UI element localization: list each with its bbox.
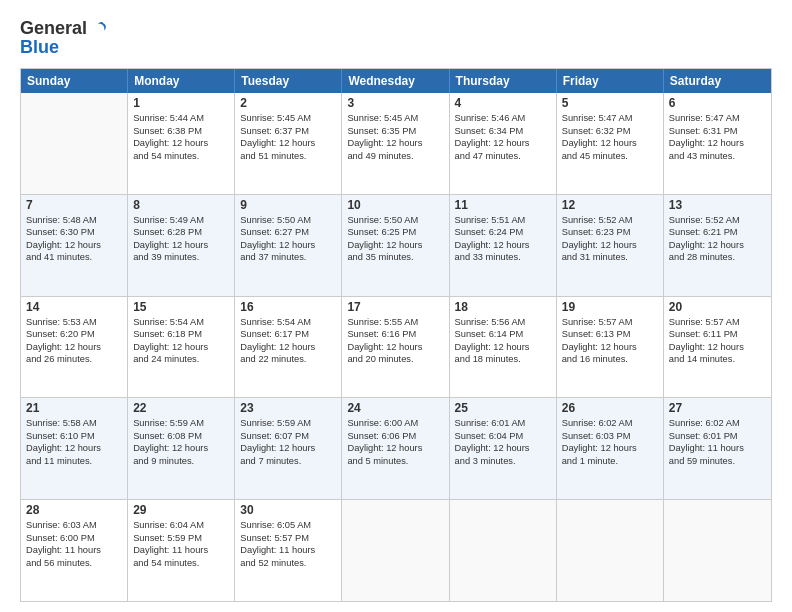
sunrise-line: Sunrise: 5:45 AM [347,112,443,125]
daylight-detail: and 11 minutes. [26,455,122,468]
cal-row: 21 Sunrise: 5:58 AM Sunset: 6:10 PM Dayl… [21,397,771,499]
sunrise-line: Sunrise: 5:55 AM [347,316,443,329]
day-number: 13 [669,198,766,212]
daylight-line: Daylight: 12 hours [455,442,551,455]
calendar-body: 1 Sunrise: 5:44 AM Sunset: 6:38 PM Dayli… [21,93,771,601]
daylight-detail: and 31 minutes. [562,251,658,264]
daylight-line: Daylight: 12 hours [562,239,658,252]
sunset-line: Sunset: 6:07 PM [240,430,336,443]
logo-g: General [20,18,87,39]
sunrise-line: Sunrise: 5:54 AM [240,316,336,329]
sunrise-line: Sunrise: 5:56 AM [455,316,551,329]
daylight-detail: and 43 minutes. [669,150,766,163]
daylight-detail: and 24 minutes. [133,353,229,366]
cal-cell: 11 Sunrise: 5:51 AM Sunset: 6:24 PM Dayl… [450,195,557,296]
sunrise-line: Sunrise: 5:49 AM [133,214,229,227]
sunset-line: Sunset: 5:59 PM [133,532,229,545]
cal-cell [450,500,557,601]
daylight-line: Daylight: 12 hours [240,239,336,252]
sunrise-line: Sunrise: 6:03 AM [26,519,122,532]
daylight-line: Daylight: 12 hours [562,442,658,455]
daylight-detail: and 7 minutes. [240,455,336,468]
sunset-line: Sunset: 6:03 PM [562,430,658,443]
cal-header-day: Wednesday [342,69,449,93]
daylight-detail: and 59 minutes. [669,455,766,468]
daylight-line: Daylight: 12 hours [240,341,336,354]
daylight-detail: and 56 minutes. [26,557,122,570]
sunset-line: Sunset: 6:23 PM [562,226,658,239]
daylight-detail: and 54 minutes. [133,557,229,570]
daylight-detail: and 9 minutes. [133,455,229,468]
sunrise-line: Sunrise: 5:47 AM [562,112,658,125]
day-number: 28 [26,503,122,517]
cal-cell: 15 Sunrise: 5:54 AM Sunset: 6:18 PM Dayl… [128,297,235,398]
cal-row: 1 Sunrise: 5:44 AM Sunset: 6:38 PM Dayli… [21,93,771,194]
daylight-line: Daylight: 12 hours [347,239,443,252]
day-number: 27 [669,401,766,415]
day-number: 19 [562,300,658,314]
daylight-detail: and 26 minutes. [26,353,122,366]
cal-cell: 29 Sunrise: 6:04 AM Sunset: 5:59 PM Dayl… [128,500,235,601]
sunset-line: Sunset: 6:31 PM [669,125,766,138]
daylight-line: Daylight: 11 hours [26,544,122,557]
cal-header-day: Sunday [21,69,128,93]
day-number: 11 [455,198,551,212]
sunset-line: Sunset: 6:28 PM [133,226,229,239]
cal-cell [342,500,449,601]
cal-cell: 25 Sunrise: 6:01 AM Sunset: 6:04 PM Dayl… [450,398,557,499]
sunset-line: Sunset: 6:38 PM [133,125,229,138]
daylight-line: Daylight: 12 hours [669,137,766,150]
sunrise-line: Sunrise: 5:57 AM [669,316,766,329]
day-number: 7 [26,198,122,212]
day-number: 15 [133,300,229,314]
day-number: 16 [240,300,336,314]
cal-cell: 23 Sunrise: 5:59 AM Sunset: 6:07 PM Dayl… [235,398,342,499]
daylight-line: Daylight: 12 hours [133,239,229,252]
cal-cell: 18 Sunrise: 5:56 AM Sunset: 6:14 PM Dayl… [450,297,557,398]
day-number: 29 [133,503,229,517]
cal-cell: 20 Sunrise: 5:57 AM Sunset: 6:11 PM Dayl… [664,297,771,398]
cal-header-day: Friday [557,69,664,93]
daylight-detail: and 22 minutes. [240,353,336,366]
sunset-line: Sunset: 6:14 PM [455,328,551,341]
sunrise-line: Sunrise: 5:44 AM [133,112,229,125]
sunset-line: Sunset: 6:34 PM [455,125,551,138]
cal-cell: 7 Sunrise: 5:48 AM Sunset: 6:30 PM Dayli… [21,195,128,296]
calendar: SundayMondayTuesdayWednesdayThursdayFrid… [20,68,772,602]
cal-cell: 22 Sunrise: 5:59 AM Sunset: 6:08 PM Dayl… [128,398,235,499]
cal-cell: 4 Sunrise: 5:46 AM Sunset: 6:34 PM Dayli… [450,93,557,194]
daylight-line: Daylight: 12 hours [240,442,336,455]
cal-cell [557,500,664,601]
sunrise-line: Sunrise: 5:45 AM [240,112,336,125]
daylight-line: Daylight: 12 hours [562,341,658,354]
sunrise-line: Sunrise: 6:00 AM [347,417,443,430]
sunset-line: Sunset: 6:32 PM [562,125,658,138]
daylight-line: Daylight: 12 hours [562,137,658,150]
logo-blue-text: Blue [20,37,59,58]
sunrise-line: Sunrise: 6:02 AM [562,417,658,430]
sunset-line: Sunset: 6:24 PM [455,226,551,239]
daylight-line: Daylight: 12 hours [26,239,122,252]
daylight-line: Daylight: 12 hours [347,341,443,354]
sunrise-line: Sunrise: 5:52 AM [562,214,658,227]
cal-cell: 2 Sunrise: 5:45 AM Sunset: 6:37 PM Dayli… [235,93,342,194]
day-number: 24 [347,401,443,415]
day-number: 6 [669,96,766,110]
day-number: 14 [26,300,122,314]
daylight-detail: and 28 minutes. [669,251,766,264]
sunset-line: Sunset: 6:13 PM [562,328,658,341]
sunset-line: Sunset: 6:25 PM [347,226,443,239]
cal-cell: 19 Sunrise: 5:57 AM Sunset: 6:13 PM Dayl… [557,297,664,398]
cal-cell: 9 Sunrise: 5:50 AM Sunset: 6:27 PM Dayli… [235,195,342,296]
sunrise-line: Sunrise: 5:52 AM [669,214,766,227]
sunset-line: Sunset: 6:30 PM [26,226,122,239]
day-number: 2 [240,96,336,110]
sunrise-line: Sunrise: 5:50 AM [240,214,336,227]
day-number: 30 [240,503,336,517]
sunset-line: Sunset: 6:27 PM [240,226,336,239]
cal-row: 28 Sunrise: 6:03 AM Sunset: 6:00 PM Dayl… [21,499,771,601]
sunrise-line: Sunrise: 5:46 AM [455,112,551,125]
daylight-line: Daylight: 12 hours [133,341,229,354]
sunrise-line: Sunrise: 5:58 AM [26,417,122,430]
sunset-line: Sunset: 6:21 PM [669,226,766,239]
